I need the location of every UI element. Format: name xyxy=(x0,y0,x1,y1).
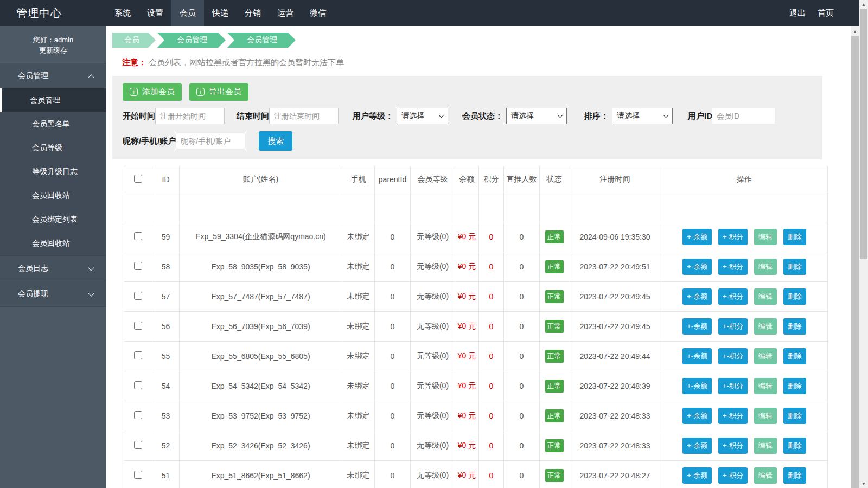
nav-menu-item[interactable]: 设置 xyxy=(139,0,171,26)
start-time-input[interactable] xyxy=(155,108,225,124)
table-row: 53 Exp_53_9752(Exp_53_9752) 未绑定 0 无等级(0)… xyxy=(124,401,828,431)
notice-prefix: 注意： xyxy=(122,57,146,67)
cell-account: Exp_58_9035(Exp_58_9035) xyxy=(180,252,342,282)
sidebar-sub-item[interactable]: 会员等级 xyxy=(0,136,106,160)
row-checkbox[interactable] xyxy=(134,322,142,330)
adjust-balance-button[interactable]: +-余额 xyxy=(682,408,712,424)
adjust-balance-button[interactable]: +-余额 xyxy=(682,378,712,394)
nav-menu-item[interactable]: 会员 xyxy=(171,0,204,26)
edit-button[interactable]: 编辑 xyxy=(754,259,777,275)
sidebar-section-header[interactable]: 会员提现 xyxy=(0,281,106,306)
adjust-balance-button[interactable]: +-余额 xyxy=(682,288,712,305)
cell-parent-id: 0 xyxy=(375,342,411,371)
cell-referrals: 0 xyxy=(504,312,540,342)
row-checkbox[interactable] xyxy=(134,292,142,300)
adjust-balance-button[interactable]: +-余额 xyxy=(682,348,712,364)
keyword-input[interactable] xyxy=(176,133,245,149)
add-member-button[interactable]: + 添加会员 xyxy=(123,83,182,101)
nav-menu-item[interactable]: 运营 xyxy=(269,0,302,26)
adjust-balance-button[interactable]: +-余额 xyxy=(682,438,712,454)
sidebar-section-header[interactable]: 会员管理 xyxy=(0,63,106,88)
select-all-checkbox[interactable] xyxy=(134,175,142,183)
sidebar-sub-item[interactable]: 会员黑名单 xyxy=(0,112,106,136)
sidebar-sub-item[interactable]: 会员回收站 xyxy=(0,232,106,255)
sidebar-section-header[interactable]: 会员日志 xyxy=(0,256,106,281)
header-level: 会员等级 xyxy=(411,166,455,192)
member-status-select[interactable]: 请选择 xyxy=(506,108,567,124)
delete-button[interactable]: 删除 xyxy=(783,438,806,454)
adjust-points-button[interactable]: +-积分 xyxy=(718,288,748,305)
nav-menu-item[interactable]: 快递 xyxy=(204,0,237,26)
adjust-balance-button[interactable]: +-余额 xyxy=(682,467,712,484)
search-button[interactable]: 搜索 xyxy=(259,131,292,151)
edit-button[interactable]: 编辑 xyxy=(754,408,777,424)
scroll-down-icon[interactable]: ▼ xyxy=(859,479,868,488)
breadcrumb-item[interactable]: 会员 xyxy=(112,33,156,48)
edit-button[interactable]: 编辑 xyxy=(754,438,777,454)
adjust-points-button[interactable]: +-积分 xyxy=(718,408,748,424)
breadcrumb-item[interactable]: 会员管理 xyxy=(157,33,226,48)
adjust-points-button[interactable]: +-积分 xyxy=(718,259,748,275)
adjust-points-button[interactable]: +-积分 xyxy=(718,438,748,454)
user-level-select[interactable]: 请选择 xyxy=(397,108,448,124)
row-checkbox[interactable] xyxy=(134,262,142,270)
edit-button[interactable]: 编辑 xyxy=(754,378,777,394)
cell-status: 正常 xyxy=(540,461,569,488)
adjust-points-button[interactable]: +-积分 xyxy=(718,378,748,394)
refresh-cache-link[interactable]: 更新缓存 xyxy=(0,45,106,55)
scroll-up-icon[interactable]: ▲ xyxy=(851,27,859,36)
adjust-points-button[interactable]: +-积分 xyxy=(718,348,748,364)
breadcrumb-item[interactable]: 会员管理 xyxy=(227,33,296,48)
nav-menu-item[interactable]: 微信 xyxy=(302,0,334,26)
sidebar-sub-item[interactable]: 会员绑定列表 xyxy=(0,208,106,232)
scroll-up-icon[interactable]: ▲ xyxy=(859,0,868,9)
top-navbar: 管理中心 系统设置会员快递分销运营微信 退出首页 xyxy=(0,0,859,26)
nav-right-item[interactable]: 首页 xyxy=(812,0,840,26)
header-referrals: 直推人数 xyxy=(504,166,540,192)
export-member-button[interactable]: + 导出会员 xyxy=(189,83,248,101)
row-checkbox[interactable] xyxy=(134,471,142,479)
edit-button[interactable]: 编辑 xyxy=(754,229,777,245)
adjust-balance-button[interactable]: +-余额 xyxy=(682,259,712,275)
delete-button[interactable]: 删除 xyxy=(783,378,806,394)
row-checkbox[interactable] xyxy=(134,381,142,389)
outer-scrollbar-thumb[interactable] xyxy=(860,9,867,259)
cell-registered: 2023-07-22 20:48:39 xyxy=(569,371,661,401)
member-status-label: 会员状态： xyxy=(462,111,503,121)
cell-id: 56 xyxy=(152,312,180,342)
delete-button[interactable]: 删除 xyxy=(783,318,806,335)
sort-select[interactable]: 请选择 xyxy=(612,108,673,124)
row-checkbox[interactable] xyxy=(134,441,142,449)
adjust-points-button[interactable]: +-积分 xyxy=(718,318,748,335)
delete-button[interactable]: 删除 xyxy=(783,467,806,484)
cell-status: 正常 xyxy=(540,342,569,371)
delete-button[interactable]: 删除 xyxy=(783,408,806,424)
row-checkbox[interactable] xyxy=(134,411,142,419)
sidebar-sub-item[interactable]: 会员回收站 xyxy=(0,184,106,208)
adjust-balance-button[interactable]: +-余额 xyxy=(682,318,712,335)
edit-button[interactable]: 编辑 xyxy=(754,348,777,364)
sidebar-sub-item[interactable]: 会员管理 xyxy=(0,88,106,112)
cell-actions: +-余额 +-积分 编辑 删除 xyxy=(661,401,828,431)
delete-button[interactable]: 删除 xyxy=(783,259,806,275)
cell-parent-id: 0 xyxy=(375,252,411,282)
row-checkbox[interactable] xyxy=(134,351,142,359)
adjust-balance-button[interactable]: +-余额 xyxy=(682,229,712,245)
end-time-input[interactable] xyxy=(269,108,339,124)
delete-button[interactable]: 删除 xyxy=(783,229,806,245)
user-id-input[interactable] xyxy=(712,108,775,124)
row-checkbox[interactable] xyxy=(134,232,142,240)
filter-panel: + 添加会员 + 导出会员 开始时间 结束时间 用户等级： 请选择 会员状态： … xyxy=(112,76,822,159)
inner-scrollbar-thumb[interactable] xyxy=(851,36,859,488)
nav-menu-item[interactable]: 系统 xyxy=(106,0,139,26)
edit-button[interactable]: 编辑 xyxy=(754,288,777,305)
nav-menu-item[interactable]: 分销 xyxy=(237,0,269,26)
adjust-points-button[interactable]: +-积分 xyxy=(718,467,748,484)
delete-button[interactable]: 删除 xyxy=(783,288,806,305)
sidebar-sub-item[interactable]: 等级升级日志 xyxy=(0,160,106,184)
edit-button[interactable]: 编辑 xyxy=(754,467,777,484)
nav-right-item[interactable]: 退出 xyxy=(783,0,812,26)
adjust-points-button[interactable]: +-积分 xyxy=(718,229,748,245)
delete-button[interactable]: 删除 xyxy=(783,348,806,364)
edit-button[interactable]: 编辑 xyxy=(754,318,777,335)
